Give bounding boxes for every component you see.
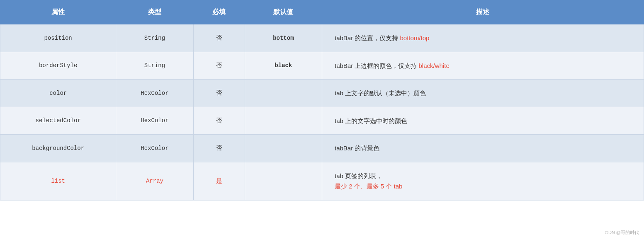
table-row: listArray是tab 页签的列表，最少 2 个、最多 5 个 tab [0, 162, 644, 200]
header-desc: 描述 [322, 0, 644, 24]
cell-required: 否 [193, 52, 245, 80]
table-row: borderStyleString否blacktabBar 上边框的颜色，仅支持… [0, 52, 644, 80]
cell-desc: tab 页签的列表，最少 2 个、最多 5 个 tab [322, 162, 644, 200]
cell-attr: selectedColor [0, 107, 116, 135]
cell-type: String [116, 24, 193, 52]
cell-default [245, 80, 322, 107]
cell-type: Array [116, 162, 193, 200]
header-attr: 属性 [0, 0, 116, 24]
properties-table: 属性 类型 必填 默认值 描述 positionString否bottomtab… [0, 0, 644, 200]
cell-default: bottom [245, 24, 322, 52]
desc-highlight: bottom/top [400, 34, 430, 41]
cell-required: 是 [193, 162, 245, 200]
cell-desc: tab 上文字的默认（未选中）颜色 [322, 80, 644, 107]
table-header-row: 属性 类型 必填 默认值 描述 [0, 0, 644, 24]
cell-type: String [116, 52, 193, 80]
cell-attr: borderStyle [0, 52, 116, 80]
table-row: colorHexColor否tab 上文字的默认（未选中）颜色 [0, 80, 644, 107]
cell-default [245, 107, 322, 135]
table-row: backgroundColorHexColor否tabBar 的背景色 [0, 135, 644, 162]
watermark: ©DN @哥的时代 [605, 229, 639, 236]
cell-default [245, 135, 322, 162]
cell-desc: tabBar 上边框的颜色，仅支持 black/white [322, 52, 644, 80]
cell-type: HexColor [116, 135, 193, 162]
header-type: 类型 [116, 0, 193, 24]
cell-attr: color [0, 80, 116, 107]
cell-desc: tab 上的文字选中时的颜色 [322, 107, 644, 135]
cell-required: 否 [193, 107, 245, 135]
table-row: selectedColorHexColor否tab 上的文字选中时的颜色 [0, 107, 644, 135]
table-row: positionString否bottomtabBar 的位置，仅支持 bott… [0, 24, 644, 52]
cell-required: 否 [193, 80, 245, 107]
header-required: 必填 [193, 0, 245, 24]
table-container: 属性 类型 必填 默认值 描述 positionString否bottomtab… [0, 0, 644, 239]
cell-type: HexColor [116, 107, 193, 135]
cell-required: 否 [193, 135, 245, 162]
cell-desc: tabBar 的背景色 [322, 135, 644, 162]
cell-attr: position [0, 24, 116, 52]
cell-desc: tabBar 的位置，仅支持 bottom/top [322, 24, 644, 52]
cell-attr: list [0, 162, 116, 200]
cell-default [245, 162, 322, 200]
desc-line2-highlight: 最少 2 个、最多 5 个 tab [335, 183, 402, 190]
desc-line1: tab 页签的列表， [335, 172, 382, 179]
desc-highlight: black/white [419, 62, 450, 69]
cell-required: 否 [193, 24, 245, 52]
cell-type: HexColor [116, 80, 193, 107]
header-default: 默认值 [245, 0, 322, 24]
cell-default: black [245, 52, 322, 80]
cell-attr: backgroundColor [0, 135, 116, 162]
